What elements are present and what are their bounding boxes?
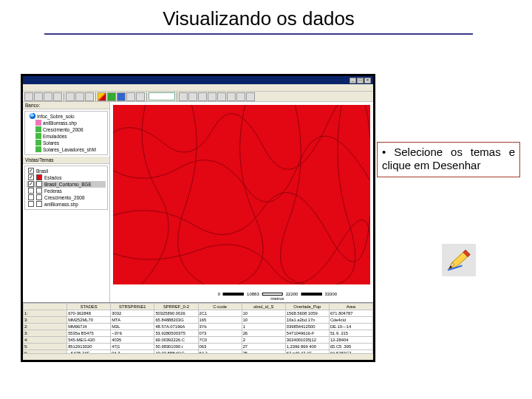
checkbox[interactable] xyxy=(28,188,34,194)
tree-item[interactable]: Solares xyxy=(27,140,106,146)
window-body: Banco: Infoc_Sobre_solo aniBiomass.shp C… xyxy=(23,102,373,360)
grid-cell: M3L xyxy=(111,324,154,330)
table-row[interactable]: 4:545-MEG-420403569.00392226.C7C02302400… xyxy=(24,337,373,344)
close-button[interactable]: × xyxy=(364,78,371,83)
toolbar-icon[interactable] xyxy=(126,92,135,101)
toolbar-field[interactable] xyxy=(149,92,175,100)
tree-item[interactable]: Infoc_Sobre_solo xyxy=(27,113,106,120)
tree-item[interactable]: Emuladdes xyxy=(27,133,106,140)
grid-cell: 073 xyxy=(198,330,242,337)
color-swatch xyxy=(36,174,42,180)
draw-icon[interactable] xyxy=(98,92,106,101)
grid-column-header[interactable]: SPRREF_0-2 xyxy=(154,304,198,310)
maximize-button[interactable]: □ xyxy=(357,78,364,83)
grid-cell: 4: xyxy=(24,337,67,344)
tree-item-label: Solares_Lavadores_shM xyxy=(43,147,96,152)
tree-item-label: Crescimento_2008 xyxy=(43,127,83,132)
toolbar-icon[interactable] xyxy=(53,92,62,101)
grid-cell: 27 xyxy=(242,344,285,350)
grid-cell: 26 xyxy=(242,330,285,337)
toolbar-icon[interactable] xyxy=(227,92,236,101)
tree-item[interactable]: aniBiomass.shp xyxy=(27,120,106,126)
data-grid[interactable]: STADESSTRSPRINE1SPRREF_0-2C-codeobsd_id_… xyxy=(23,303,373,357)
toolbar-icon[interactable] xyxy=(188,92,197,101)
grid-cell: 7C0 xyxy=(198,337,242,344)
grid-cell: 8512913020 xyxy=(67,344,111,350)
grid-cell: ~3Y6 xyxy=(111,330,154,337)
layer-row[interactable]: aniBiomass.shp xyxy=(27,201,106,208)
checkbox[interactable] xyxy=(28,194,34,200)
data-grid-pane[interactable]: STADESSTRSPRINE1SPRREF_0-2C-codeobsd_id_… xyxy=(23,302,373,360)
grid-cell: 69.00392226.C xyxy=(154,337,198,344)
map-canvas[interactable] xyxy=(113,105,370,284)
grid-column-header[interactable]: C-code xyxy=(198,304,242,310)
toolbar-icon[interactable] xyxy=(208,92,216,101)
toolbar-icon[interactable] xyxy=(236,92,245,101)
menubar[interactable] xyxy=(23,84,373,92)
toolbar-icon[interactable] xyxy=(217,92,226,101)
color-swatch xyxy=(36,181,42,187)
layers-pane[interactable]: ✓ Brasil ✓Estados✓Brasil_Contorno_BGEFed… xyxy=(24,166,108,210)
layer-row[interactable]: ✓Estados xyxy=(27,174,106,181)
tree-item[interactable]: Crescimento_2008 xyxy=(27,126,106,133)
grid-cell: MM967J4 xyxy=(67,324,111,330)
toolbar-icon[interactable] xyxy=(179,92,188,101)
toolbar-icon[interactable] xyxy=(44,92,52,101)
toolbar-icon[interactable] xyxy=(85,92,94,101)
checkbox[interactable] xyxy=(28,201,34,207)
tree-pane[interactable]: Infoc_Sobre_solo aniBiomass.shp Crescime… xyxy=(24,111,108,155)
color-swatch xyxy=(36,194,42,200)
grid-cell: 53.92805003T5 xyxy=(154,330,198,337)
grid-column-header[interactable]: STRSPRINE1 xyxy=(111,304,154,310)
checkbox[interactable]: ✓ xyxy=(28,174,34,180)
table-row[interactable]: 2:MM967J4M3L48.57A.07196A3Yb103985441250… xyxy=(24,324,373,330)
layer-header[interactable]: ✓ Brasil xyxy=(27,168,106,174)
toolbar-icon[interactable] xyxy=(66,92,75,101)
layer-name: Crescimento_2008 xyxy=(44,195,85,200)
toolbar-icon[interactable] xyxy=(246,92,255,101)
grid-cell: 12-28404 xyxy=(329,337,372,344)
toolbar-icon[interactable] xyxy=(136,92,145,101)
layer-name: Estados xyxy=(44,175,62,180)
grid-column-header[interactable]: Area xyxy=(329,304,372,310)
grid-cell: Cde4cid xyxy=(329,317,372,324)
grid-cell: 1,2396 869 400 xyxy=(285,344,329,350)
grid-cell: 65.C5 .395 xyxy=(329,344,372,350)
toolbar-icon[interactable] xyxy=(24,92,33,101)
map-svg xyxy=(113,105,370,284)
toolbar-icon[interactable] xyxy=(117,92,126,101)
toolbar-icon[interactable] xyxy=(34,92,43,101)
slide-title: Visualizando os dados xyxy=(44,7,473,30)
map-pane[interactable]: 0 10883 22200 33300 metros xyxy=(110,102,373,302)
grid-column-header[interactable]: STADES xyxy=(67,304,111,310)
layer-row[interactable]: ✓Brasil_Contorno_BGE xyxy=(27,181,106,188)
grid-column-header[interactable] xyxy=(24,304,67,310)
panel-label-banco: Banco: xyxy=(23,102,109,109)
grid-cell: 3024001035|12 xyxy=(285,337,329,344)
toolbar-separator xyxy=(177,92,177,101)
window-buttons: _ □ × xyxy=(349,78,371,83)
table-row[interactable]: 1:670-362848303250325890.00262C1101568.5… xyxy=(24,310,373,317)
layer-row[interactable]: Crescimento_2008 xyxy=(27,194,106,201)
callout-text: • Selecione os temas e clique em Desenha… xyxy=(382,146,515,171)
toolbar-icon[interactable] xyxy=(75,92,84,101)
instruction-callout: • Selecione os temas e clique em Desenha… xyxy=(377,142,520,177)
pencil-icon xyxy=(446,248,472,273)
layer-row[interactable]: Federas xyxy=(27,188,106,194)
checkbox[interactable]: ✓ xyxy=(28,181,34,187)
toolbar-icon[interactable] xyxy=(107,92,116,101)
toolbar-icon[interactable] xyxy=(198,92,207,101)
table-row[interactable]: 5:851291302047|150.98301090.t063271,2396… xyxy=(24,344,373,350)
layer-name: aniBiomass.shp xyxy=(44,202,78,207)
minimize-button[interactable]: _ xyxy=(349,78,356,83)
grid-column-header[interactable]: Overlade_Pop xyxy=(285,304,329,310)
checkbox[interactable]: ✓ xyxy=(28,168,34,174)
table-row[interactable]: 3:MM252ML70MTA65.84888203G1651010a1.a2bd… xyxy=(24,317,373,324)
tree-item[interactable]: Solares_Lavadores_shM xyxy=(27,146,106,153)
layer-icon xyxy=(35,140,41,146)
table-row[interactable]: 3:5535a B5475~3Y653.92805003T50732654710… xyxy=(24,330,373,337)
grid-cell: 4035 xyxy=(111,337,154,344)
grid-column-header[interactable]: obsd_id_S xyxy=(242,304,285,310)
grid-cell: 50325890.0026 xyxy=(154,310,198,317)
upper-area: Banco: Infoc_Sobre_solo aniBiomass.shp C… xyxy=(23,102,373,302)
